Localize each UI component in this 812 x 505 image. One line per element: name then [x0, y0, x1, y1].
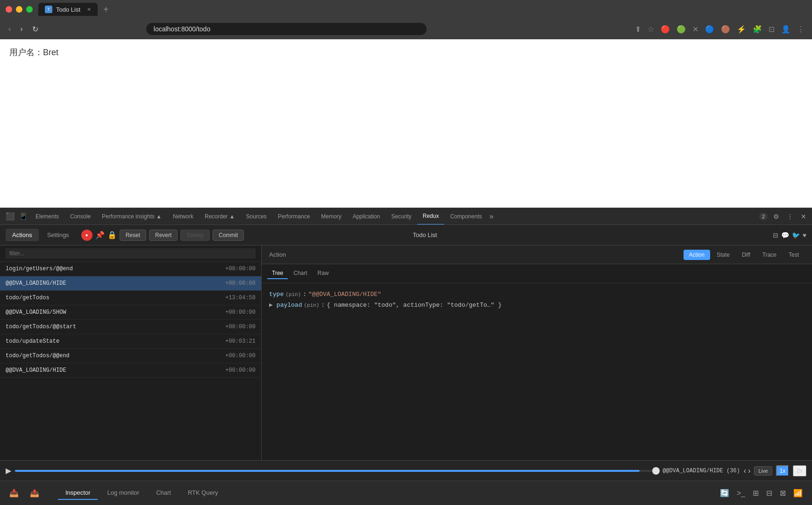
record-button[interactable]: ● — [81, 230, 93, 241]
share-icon[interactable]: ⬆ — [633, 23, 643, 36]
inspector-tab-trace[interactable]: Trace — [757, 250, 782, 260]
more-tabs[interactable]: » — [489, 212, 493, 221]
browser-tab[interactable]: T Todo List ✕ — [38, 3, 98, 16]
close-button[interactable] — [6, 6, 12, 13]
devtools-device-icon[interactable]: 📱 — [17, 210, 30, 223]
close-devtools-icon[interactable]: ✕ — [799, 211, 808, 222]
tab-redux[interactable]: Redux — [417, 208, 445, 225]
action-item[interactable]: @@DVA_LOADING/SHOW +00:00:00 — [0, 305, 261, 320]
bottom-tab-chart[interactable]: Chart — [149, 486, 178, 500]
tab-security[interactable]: Security — [385, 208, 417, 225]
reset-button[interactable]: Reset — [120, 230, 146, 241]
inspector-tab-test[interactable]: Test — [783, 250, 805, 260]
subtab-actions[interactable]: Actions — [6, 229, 39, 241]
prev-button[interactable]: ‹ — [744, 467, 746, 475]
grid-icon-3[interactable]: ⊠ — [778, 487, 788, 499]
more-options-icon[interactable]: ⋮ — [785, 211, 795, 222]
tree-expand-icon[interactable]: ▶ — [269, 300, 273, 310]
extension-icon-4[interactable]: 🔵 — [703, 23, 716, 36]
forward-button[interactable]: › — [17, 23, 25, 35]
tab-performance-insights[interactable]: Performance insights ▲ — [96, 208, 167, 225]
live-button[interactable]: Live — [754, 466, 772, 476]
devtools-right-actions: 2 ⚙ ⋮ ✕ — [759, 211, 808, 222]
grid-icon-1[interactable]: ⊞ — [751, 487, 761, 499]
back-button[interactable]: ‹ — [6, 23, 14, 35]
filter-input[interactable] — [6, 248, 256, 259]
avatar-icon[interactable]: 👤 — [779, 23, 792, 36]
lightning-icon[interactable]: ⚡ — [735, 23, 748, 36]
new-tab-button[interactable]: + — [100, 4, 113, 15]
tree-content: type (pin) : "@@DVA_LOADING/HIDE" ▶ payl… — [262, 283, 812, 317]
columns-icon[interactable]: ⊟ — [773, 231, 778, 239]
wireless-icon[interactable]: 📶 — [791, 487, 805, 499]
sweep-button[interactable]: Sweep — [180, 230, 210, 241]
lock-button[interactable]: 🔒 — [107, 231, 117, 239]
bookmark-icon[interactable]: ☆ — [646, 23, 656, 36]
action-item[interactable]: @@DVA_LOADING/HIDE +00:00:00 — [0, 363, 261, 378]
bottom-right-icons: 🔄 >_ ⊞ ⊟ ⊠ 📶 — [718, 487, 805, 499]
bottom-tab-log-monitor[interactable]: Log monitor — [100, 486, 147, 500]
extension-icon-3[interactable]: ✕ — [691, 23, 700, 36]
pin-button[interactable]: 📌 — [95, 231, 105, 239]
tree-tab-raw[interactable]: Raw — [313, 268, 334, 279]
heart-icon[interactable]: ♥ — [803, 231, 806, 239]
devtools-inspect-icon[interactable]: ⬛ — [4, 210, 17, 223]
next-button[interactable]: › — [748, 467, 750, 475]
action-item[interactable]: todo/getTodos/@@start +00:00:00 — [0, 320, 261, 334]
subtab-settings[interactable]: Settings — [41, 229, 76, 241]
commit-button[interactable]: Commit — [213, 230, 244, 241]
grid-icon-2[interactable]: ⊟ — [764, 487, 774, 499]
action-item[interactable]: login/getUsers/@@end +00:00:00 — [0, 262, 261, 276]
tree-tab-tree[interactable]: Tree — [267, 268, 288, 279]
sidebar-icon[interactable]: ⊡ — [767, 23, 776, 36]
bottom-tab-rtk-query[interactable]: RTK Query — [180, 486, 226, 500]
tab-elements[interactable]: Elements — [30, 208, 64, 225]
inspector-tab-state[interactable]: State — [711, 250, 735, 260]
inspector-tab-diff[interactable]: Diff — [736, 250, 756, 260]
refresh-icon[interactable]: 🔄 — [718, 487, 731, 499]
bottom-icon-1[interactable]: 📥 — [7, 487, 21, 499]
tab-application[interactable]: Application — [347, 208, 386, 225]
address-bar[interactable]: localhost:8000/todo — [146, 23, 427, 35]
tree-tab-group: Tree Chart Raw — [262, 264, 812, 283]
more-icon[interactable]: ⋮ — [795, 23, 806, 36]
speed-2x-button[interactable]: 2x — [793, 465, 806, 476]
inspector-panel: Action Action State Diff Trace T — [262, 245, 812, 460]
tab-recorder[interactable]: Recorder ▲ — [199, 208, 241, 225]
minimize-button[interactable] — [16, 6, 22, 13]
speed-1x-button[interactable]: 1x — [776, 465, 790, 476]
actions-panel: login/getUsers/@@end +00:00:00 @@DVA_LOA… — [0, 245, 262, 460]
maximize-button[interactable] — [26, 6, 33, 13]
tab-performance[interactable]: Performance — [272, 208, 316, 225]
extension-icon-5[interactable]: 🟤 — [719, 23, 732, 36]
tab-sources[interactable]: Sources — [241, 208, 272, 225]
bottom-icon-2[interactable]: 📤 — [28, 487, 41, 499]
extension-icon-2[interactable]: 🟢 — [675, 23, 688, 36]
timeline-thumb[interactable] — [652, 467, 660, 475]
play-button[interactable]: ▶ — [6, 466, 11, 475]
tab-memory[interactable]: Memory — [315, 208, 347, 225]
tab-console[interactable]: Console — [64, 208, 96, 225]
twitter-icon[interactable]: 🐦 — [792, 231, 800, 239]
revert-button[interactable]: Revert — [149, 230, 178, 241]
action-item[interactable]: todo/updateState +00:03:21 — [0, 334, 261, 349]
inspector-tab-action[interactable]: Action — [684, 250, 710, 260]
tab-network[interactable]: Network — [167, 208, 199, 225]
terminal-icon[interactable]: >_ — [735, 487, 747, 499]
action-item[interactable]: todo/getTodos/@@end +00:00:00 — [0, 349, 261, 363]
action-item[interactable]: todo/getTodos +13:04:58 — [0, 291, 261, 305]
tab-bar: T Todo List ✕ + — [38, 3, 806, 16]
tab-components[interactable]: Components — [444, 208, 487, 225]
refresh-button[interactable]: ↻ — [29, 23, 41, 36]
tree-tab-chart[interactable]: Chart — [289, 268, 312, 279]
webpage-content: 用户名：Bret — [0, 39, 812, 208]
settings-icon[interactable]: ⚙ — [771, 211, 781, 222]
tab-close-button[interactable]: ✕ — [87, 7, 91, 13]
extension-icon-1[interactable]: 🔴 — [659, 23, 672, 36]
timeline-bar[interactable] — [15, 470, 659, 472]
bottom-tab-inspector[interactable]: Inspector — [58, 486, 98, 500]
chat-icon[interactable]: 💬 — [781, 231, 789, 239]
puzzle-icon[interactable]: 🧩 — [751, 23, 764, 36]
bottom-tab-group: Inspector Log monitor Chart RTK Query — [58, 486, 711, 500]
action-item[interactable]: @@DVA_LOADING/HIDE +00:00:00 — [0, 276, 261, 291]
